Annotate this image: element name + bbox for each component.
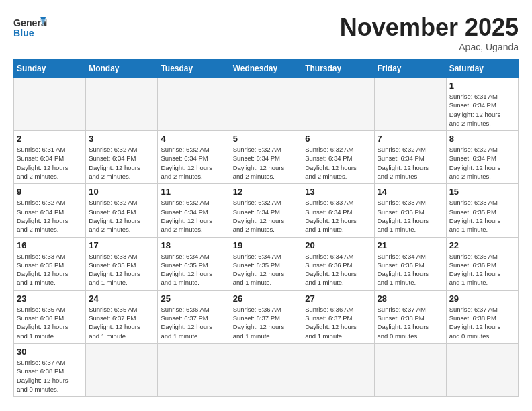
day-18: 18 Sunrise: 6:34 AMSunset: 6:35 PMDaylig… [158, 237, 230, 290]
header-saturday: Saturday [446, 60, 518, 78]
day-1-info: Sunrise: 6:31 AMSunset: 6:34 PMDaylight:… [449, 92, 515, 128]
day-22: 22 Sunrise: 6:35 AMSunset: 6:36 PMDaylig… [446, 237, 518, 290]
day-3: 3 Sunrise: 6:32 AMSunset: 6:34 PMDayligh… [86, 131, 158, 184]
day-19: 19 Sunrise: 6:34 AMSunset: 6:35 PMDaylig… [230, 237, 302, 290]
empty-cell [374, 343, 446, 396]
calendar-row-6: 30 Sunrise: 6:37 AMSunset: 6:38 PMDaylig… [14, 343, 519, 396]
empty-cell [302, 343, 374, 396]
location: Apac, Uganda [340, 42, 519, 52]
page-header: General Blue November 2025 Apac, Uganda [13, 13, 519, 52]
day-20: 20 Sunrise: 6:34 AMSunset: 6:36 PMDaylig… [302, 237, 374, 290]
header-monday: Monday [86, 60, 158, 78]
weekday-header-row: Sunday Monday Tuesday Wednesday Thursday… [14, 60, 519, 78]
calendar-row-5: 23 Sunrise: 6:35 AMSunset: 6:36 PMDaylig… [14, 290, 519, 343]
day-2: 2 Sunrise: 6:31 AMSunset: 6:34 PMDayligh… [14, 131, 86, 184]
day-26: 26 Sunrise: 6:36 AMSunset: 6:37 PMDaylig… [230, 290, 302, 343]
day-6: 6 Sunrise: 6:32 AMSunset: 6:34 PMDayligh… [302, 131, 374, 184]
header-sunday: Sunday [14, 60, 86, 78]
day-1: 1 Sunrise: 6:31 AMSunset: 6:34 PMDayligh… [446, 78, 518, 131]
empty-cell [86, 343, 158, 396]
logo: General Blue [13, 13, 47, 44]
day-28: 28 Sunrise: 6:37 AMSunset: 6:38 PMDaylig… [374, 290, 446, 343]
empty-cell [86, 78, 158, 131]
empty-cell [446, 343, 518, 396]
day-23: 23 Sunrise: 6:35 AMSunset: 6:36 PMDaylig… [14, 290, 86, 343]
day-4: 4 Sunrise: 6:32 AMSunset: 6:34 PMDayligh… [158, 131, 230, 184]
empty-cell [14, 78, 86, 131]
empty-cell [158, 343, 230, 396]
empty-cell [230, 343, 302, 396]
day-14: 14 Sunrise: 6:33 AMSunset: 6:35 PMDaylig… [374, 184, 446, 237]
empty-cell [374, 78, 446, 131]
empty-cell [302, 78, 374, 131]
day-30: 30 Sunrise: 6:37 AMSunset: 6:38 PMDaylig… [14, 343, 86, 396]
header-wednesday: Wednesday [230, 60, 302, 78]
calendar-row-4: 16 Sunrise: 6:33 AMSunset: 6:35 PMDaylig… [14, 237, 519, 290]
day-17: 17 Sunrise: 6:33 AMSunset: 6:35 PMDaylig… [86, 237, 158, 290]
day-21: 21 Sunrise: 6:34 AMSunset: 6:36 PMDaylig… [374, 237, 446, 290]
day-27: 27 Sunrise: 6:36 AMSunset: 6:37 PMDaylig… [302, 290, 374, 343]
day-12: 12 Sunrise: 6:32 AMSunset: 6:34 PMDaylig… [230, 184, 302, 237]
logo-svg: General Blue [13, 13, 47, 44]
day-29: 29 Sunrise: 6:37 AMSunset: 6:38 PMDaylig… [446, 290, 518, 343]
day-24: 24 Sunrise: 6:35 AMSunset: 6:37 PMDaylig… [86, 290, 158, 343]
day-11: 11 Sunrise: 6:32 AMSunset: 6:34 PMDaylig… [158, 184, 230, 237]
day-8: 8 Sunrise: 6:32 AMSunset: 6:34 PMDayligh… [446, 131, 518, 184]
day-16: 16 Sunrise: 6:33 AMSunset: 6:35 PMDaylig… [14, 237, 86, 290]
day-5: 5 Sunrise: 6:32 AMSunset: 6:34 PMDayligh… [230, 131, 302, 184]
header-thursday: Thursday [302, 60, 374, 78]
day-9: 9 Sunrise: 6:32 AMSunset: 6:34 PMDayligh… [14, 184, 86, 237]
calendar-table: Sunday Monday Tuesday Wednesday Thursday… [13, 59, 519, 397]
month-title: November 2025 [340, 13, 519, 42]
calendar-row-3: 9 Sunrise: 6:32 AMSunset: 6:34 PMDayligh… [14, 184, 519, 237]
header-friday: Friday [374, 60, 446, 78]
calendar-row-2: 2 Sunrise: 6:31 AMSunset: 6:34 PMDayligh… [14, 131, 519, 184]
day-15: 15 Sunrise: 6:33 AMSunset: 6:35 PMDaylig… [446, 184, 518, 237]
svg-text:Blue: Blue [13, 28, 34, 38]
day-25: 25 Sunrise: 6:36 AMSunset: 6:37 PMDaylig… [158, 290, 230, 343]
day-7: 7 Sunrise: 6:32 AMSunset: 6:34 PMDayligh… [374, 131, 446, 184]
day-13: 13 Sunrise: 6:33 AMSunset: 6:34 PMDaylig… [302, 184, 374, 237]
title-block: November 2025 Apac, Uganda [340, 13, 519, 52]
header-tuesday: Tuesday [158, 60, 230, 78]
calendar-row-1: 1 Sunrise: 6:31 AMSunset: 6:34 PMDayligh… [14, 78, 519, 131]
empty-cell [158, 78, 230, 131]
day-10: 10 Sunrise: 6:32 AMSunset: 6:34 PMDaylig… [86, 184, 158, 237]
empty-cell [230, 78, 302, 131]
